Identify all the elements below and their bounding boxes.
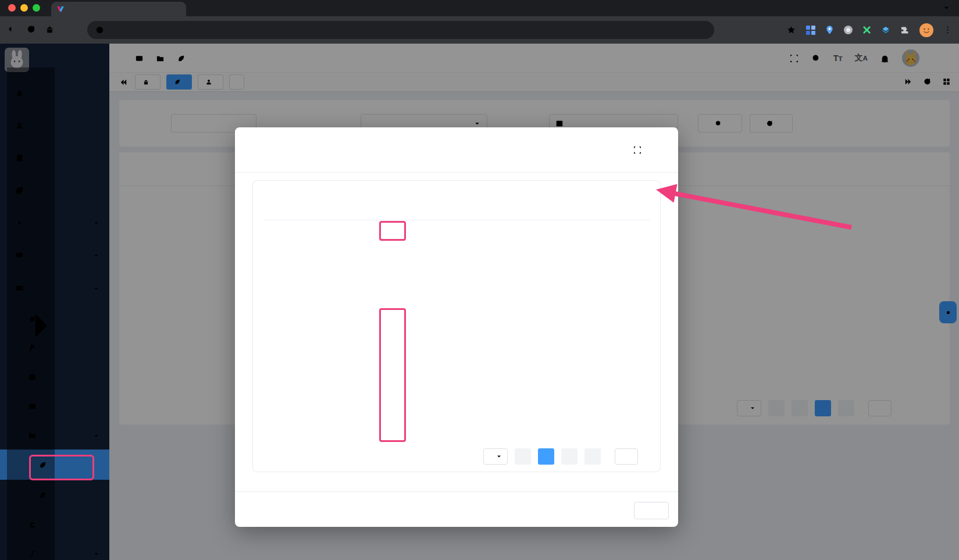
bookmark-star-icon[interactable] — [786, 25, 796, 35]
home-icon[interactable] — [45, 24, 55, 34]
back-icon[interactable] — [7, 24, 17, 34]
extensions-puzzle-icon[interactable] — [900, 26, 910, 35]
browser-profile-avatar[interactable] — [919, 23, 933, 37]
browser-menu-kebab-icon[interactable] — [943, 26, 952, 34]
browser-toolbar — [0, 16, 959, 44]
close-tab-icon[interactable] — [174, 6, 181, 12]
goto-page-input[interactable] — [615, 448, 638, 465]
page-size-select[interactable] — [483, 448, 508, 465]
site-info-icon[interactable] — [95, 26, 104, 34]
dialog-footer-divider — [235, 491, 678, 492]
wallet-detail-dialog — [235, 127, 678, 527]
reload-icon[interactable] — [26, 24, 36, 34]
col-biz-title — [366, 201, 419, 209]
dialog-header — [235, 127, 678, 173]
page-number-button-current[interactable] — [538, 448, 554, 465]
next-page-button[interactable] — [584, 448, 601, 465]
tab-search-chevron-icon[interactable] — [942, 3, 951, 12]
cancel-button[interactable] — [634, 502, 669, 519]
extension-x-icon[interactable] — [862, 26, 871, 34]
dialog-close-icon[interactable] — [653, 145, 662, 155]
browser-tab-strip — [0, 0, 959, 16]
new-tab-icon[interactable] — [193, 3, 201, 11]
extension-layers-icon[interactable] — [881, 26, 890, 34]
maximize-window-button[interactable] — [33, 4, 40, 12]
dialog-fullscreen-icon[interactable] — [633, 145, 642, 155]
dialog-table-card — [252, 180, 661, 472]
dialog-table-header — [265, 190, 650, 220]
minimize-window-button[interactable] — [20, 4, 28, 12]
close-window-button[interactable] — [8, 4, 16, 12]
chevron-down-icon — [495, 453, 502, 460]
site-favicon — [56, 5, 65, 13]
prev-page-button[interactable] — [515, 448, 531, 465]
extension-squares-icon[interactable] — [806, 26, 815, 35]
extension-circle-icon[interactable] — [844, 26, 853, 34]
screenshot-root: TT 文A — [0, 0, 959, 560]
page-number-button[interactable] — [561, 448, 577, 465]
extension-pin-icon[interactable] — [825, 25, 834, 35]
address-bar[interactable] — [87, 21, 714, 39]
dialog-pagination — [253, 448, 645, 465]
browser-tab[interactable] — [51, 2, 186, 16]
window-controls[interactable] — [8, 4, 40, 12]
